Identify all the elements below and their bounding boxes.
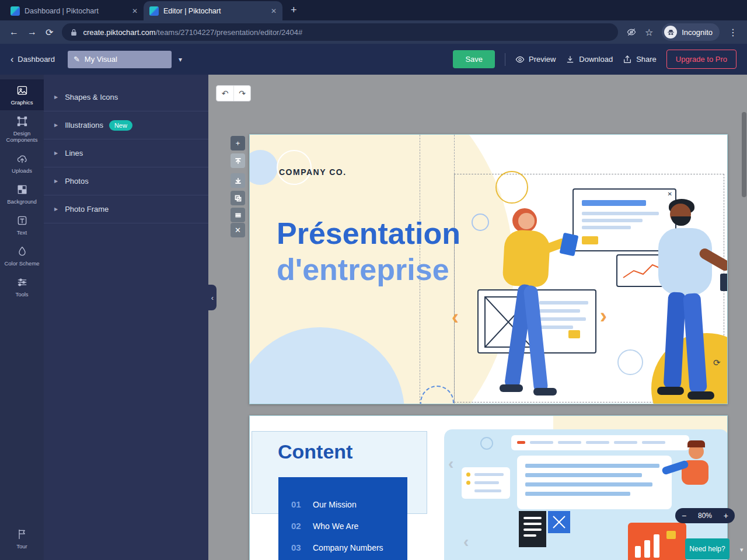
scroll-down-icon[interactable]: ▾ [740,546,743,554]
sidebar-item-uploads[interactable]: Uploads [0,148,44,178]
url-domain: create.piktochart.com [83,28,155,37]
dashboard-back-link[interactable]: ‹ Dashboard [11,55,55,64]
placeholder-cross [553,516,566,528]
tab-title: Dashboard | Piktochart [25,7,127,15]
deco-bar [666,531,676,539]
deco-arrow-left: ‹ [463,533,469,551]
disclosure-triangle-icon: ▶ [54,123,58,128]
share-button[interactable]: Share [623,55,657,64]
sidebar-item-color-scheme[interactable]: Color Scheme [0,240,44,271]
download-button[interactable]: Download [566,55,613,64]
sidebar-item-background[interactable]: Background [0,178,44,209]
editor-canvas[interactable]: ↶ ↷ + ✕ [208,75,747,560]
send-backward-button[interactable] [231,173,245,188]
panel-item-lines[interactable]: ▶ Lines [44,139,208,167]
save-button[interactable]: Save [453,50,495,68]
lock-icon [70,29,78,36]
tab-editor[interactable]: Editor | Piktochart ✕ [144,1,282,20]
panel-item-photo-frame[interactable]: ▶ Photo Frame [44,195,208,223]
back-button[interactable]: ← [9,27,19,37]
deco-bar [558,441,581,444]
close-icon[interactable]: ✕ [132,7,138,15]
deco-bar [582,219,643,222]
sidebar-item-label: Tools [15,291,28,298]
panel-item-label: Shapes & Icons [65,93,118,102]
tools-icon [16,276,28,288]
pencil-icon: ✎ [74,55,80,64]
panel-item-photos[interactable]: ▶ Photos [44,167,208,195]
bookmark-star-icon[interactable]: ☆ [645,27,653,38]
deco-dark-card [519,511,546,547]
deco-blue-square [548,511,570,533]
canvas-scrollbar-thumb[interactable] [742,112,746,197]
deco-bar [525,473,642,477]
refresh-button[interactable]: ⟳ [46,27,53,38]
deco-bar [642,441,665,444]
undo-button[interactable]: ↶ [217,86,233,101]
deco-bar [474,489,501,492]
chevron-down-icon[interactable]: ▾ [179,55,182,64]
background-icon [16,184,28,195]
sidebar-item-tools[interactable]: Tools [0,271,44,302]
list-item: 01 Our Mission [278,494,407,515]
slide-2[interactable]: Content 01 Our Mission 02 Who We Are 03 … [249,415,728,560]
slide-title-text[interactable]: Présentation d'entreprise [277,215,460,288]
forward-button[interactable]: → [27,27,37,37]
add-object-button[interactable]: + [231,136,245,150]
duplicate-icon [235,195,242,202]
kebab-menu-icon[interactable]: ⋮ [728,27,738,38]
slide-1[interactable]: COMPANY CO. Présentation d'entreprise ‹ … [249,134,728,404]
sidebar-item-label: Graphics [11,99,33,106]
panel-item-shapes-icons[interactable]: ▶ Shapes & Icons [44,83,208,111]
deco-bar [525,492,630,496]
redo-button[interactable]: ↷ [233,86,250,101]
close-icon[interactable]: ✕ [271,7,277,15]
disclosure-triangle-icon: ▶ [54,94,58,100]
preview-button[interactable]: Preview [515,55,556,64]
sidebar-item-label: Background [7,198,37,205]
panel-item-illustrations[interactable]: ▶ Illustrations New [44,111,208,139]
chevron-left-icon: ‹ [11,55,13,64]
sidebar-item-tour[interactable]: Tour [0,523,44,554]
new-tab-button[interactable]: + [291,4,297,16]
sidebar-item-design-components[interactable]: Design Components [0,110,44,148]
deco-hair [687,440,705,447]
header-divider [505,53,505,66]
deco-bar [582,226,631,229]
url-bar[interactable]: create.piktochart.com/teams/27104227/pre… [62,23,617,41]
visual-title-input[interactable]: ✎ My Visual [68,51,172,68]
sidebar-item-graphics[interactable]: Graphics [0,79,44,110]
sidebar-item-text[interactable]: Text [0,209,44,240]
rotate-handle-icon[interactable]: ⟳ [713,358,721,368]
deco-toolbar-card [511,435,689,450]
browser-toolbar: ← → ⟳ create.piktochart.com/teams/271042… [0,20,747,44]
need-help-button[interactable]: Need help? [685,538,729,559]
deco-bar [654,534,659,558]
deco-torso [658,228,712,295]
eye-off-icon[interactable] [627,27,636,37]
layers-button[interactable] [231,208,245,222]
incognito-badge[interactable]: Incognito [662,23,720,41]
deco-bar [525,464,659,468]
piktochart-favicon [149,6,159,16]
tab-dashboard[interactable]: Dashboard | Piktochart ✕ [5,1,144,20]
deco-blue-ring [472,214,489,231]
delete-object-button[interactable]: ✕ [231,223,245,237]
bring-forward-button[interactable] [231,153,245,168]
preview-label: Preview [529,55,556,64]
send-backward-icon [235,177,242,184]
company-logo-text[interactable]: COMPANY CO. [279,167,347,177]
upgrade-to-pro-button[interactable]: Upgrade to Pro [666,50,736,69]
zoom-control: − 80% + [675,508,735,523]
zoom-in-button[interactable]: + [724,512,728,520]
content-list-box[interactable]: 01 Our Mission 02 Who We Are 03 Company … [278,477,407,560]
list-item: 02 Who We Are [278,515,407,537]
panel-collapse-handle[interactable]: ‹ [208,285,217,310]
deco-bar [523,534,536,537]
content-heading-text[interactable]: Content [278,440,352,463]
deco-shoe [687,391,714,400]
deco-bar [644,540,650,558]
share-icon [623,55,632,64]
duplicate-button[interactable] [231,191,245,205]
zoom-out-button[interactable]: − [682,512,686,520]
